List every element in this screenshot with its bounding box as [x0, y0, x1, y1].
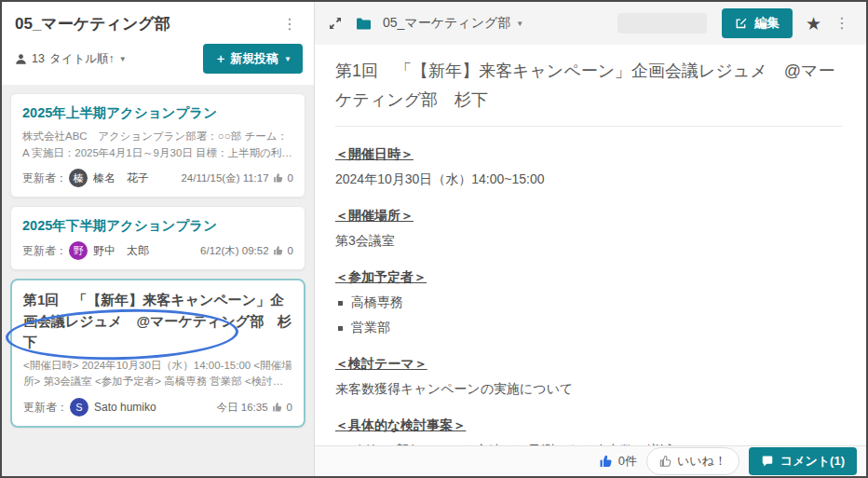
edit-button-label: 編集: [754, 15, 780, 32]
member-count: 13: [32, 52, 45, 65]
folder-icon: [356, 17, 372, 31]
bullet-icon: [338, 301, 343, 306]
like-icon: [272, 402, 283, 413]
edit-button[interactable]: 編集: [722, 8, 793, 38]
attendee-item: 営業部: [338, 320, 842, 336]
section-value-theme: 来客数獲得キャンペーンの実施について: [335, 381, 842, 398]
post-list: 2025年上半期アクションプラン 株式会社ABC アクションプラン部署：○○部 …: [2, 85, 314, 476]
post-card-3-selected[interactable]: 第1回 「【新年】来客キャンペーン」企画会議レジュメ @マーケティング部 杉下 …: [10, 279, 305, 428]
post-card-snippet: 株式会社ABC アクションプラン部署：○○部 チーム：A 実施日：2025年4月…: [22, 129, 293, 162]
section-value-datetime: 2024年10月30日（水）14:00~15:00: [335, 171, 842, 188]
app-window: 05_マーケティング部 ⋮ 13 タイトル順↑ ▼ ＋ 新規投稿 ▼ 20: [0, 0, 868, 478]
post-list-panel: 05_マーケティング部 ⋮ 13 タイトル順↑ ▼ ＋ 新規投稿 ▼ 20: [2, 2, 315, 476]
folder-title: 05_マーケティング部: [15, 13, 170, 34]
post-detail-panel: 05_マーケティング部 ▼ 編集 ★ ⋮ 第1回 「【新年】来客キャンペーン」企…: [315, 2, 866, 476]
post-content: 第1回 「【新年】来客キャンペーン」企画会議レジュメ @マーケティング部 杉下 …: [315, 45, 866, 476]
comment-bubble-icon: [761, 455, 774, 468]
folder-breadcrumb-label: 05_マーケティング部: [383, 15, 510, 32]
post-card-title: 2025年上半期アクションプラン: [22, 103, 293, 124]
section-heading-theme: ＜検討テーマ＞: [335, 356, 842, 373]
like-outline-icon: [659, 455, 672, 468]
post-like-count: 0: [288, 245, 293, 256]
post-like-count: 0: [287, 402, 292, 413]
sort-selector[interactable]: タイトル順↑: [49, 51, 115, 67]
updater-name: 野中 太郎: [93, 243, 149, 259]
post-timestamp: 今日 16:35: [217, 401, 268, 415]
like-icon: [273, 172, 284, 184]
new-post-caret-icon: ▼: [284, 55, 292, 63]
breadcrumb-caret-icon: ▼: [516, 20, 523, 28]
post-card-title: 2025年下半期アクションプラン: [22, 216, 293, 237]
post-card-2[interactable]: 2025年下半期アクションプラン 更新者： 野 野中 太郎 6/12(木) 09…: [10, 206, 305, 270]
post-like-count: 0: [288, 172, 293, 184]
post-title: 第1回 「【新年】来客キャンペーン」企画会議レジュメ @マーケティング部 杉下: [335, 57, 842, 127]
reaction-footer: 0件 いいね！ コメント(1): [315, 445, 866, 476]
avatar: 野: [69, 241, 88, 260]
updater-label: 更新者：: [22, 171, 67, 186]
section-heading-agenda: ＜具体的な検討事案＞: [335, 417, 842, 434]
edit-pencil-icon: [735, 17, 748, 30]
section-value-place: 第3会議室: [335, 233, 842, 250]
section-heading-datetime: ＜開催日時＞: [335, 146, 842, 163]
post-card-snippet: <開催日時> 2024年10月30日（水）14:00-15:00 <開催場所> …: [23, 358, 292, 391]
list-menu-icon[interactable]: ⋮: [277, 15, 303, 34]
section-heading-place: ＜開催場所＞: [335, 208, 842, 225]
comment-button[interactable]: コメント(1): [749, 447, 857, 475]
comment-button-label: コメント(1): [780, 453, 845, 470]
updater-label: 更新者：: [22, 243, 67, 259]
post-timestamp: 24/11/15(金) 11:17: [181, 171, 268, 185]
section-heading-attendees: ＜参加予定者＞: [335, 269, 842, 286]
updater-label: 更新者：: [23, 400, 68, 416]
like-filled-icon: [599, 454, 614, 469]
like-icon: [273, 245, 284, 256]
like-count-summary: 0件: [599, 453, 637, 470]
detail-menu-icon[interactable]: ⋮: [829, 14, 855, 33]
attendee-item: 高橋専務: [338, 294, 842, 311]
redacted-user-chip: [617, 13, 707, 34]
members-icon: [15, 53, 27, 65]
new-post-label: ＋ 新規投稿: [214, 50, 278, 67]
expand-icon[interactable]: [328, 16, 343, 31]
like-button-label: いいね！: [677, 453, 726, 470]
like-button[interactable]: いいね！: [646, 447, 739, 475]
updater-name: Sato humiko: [94, 401, 156, 414]
post-timestamp: 6/12(木) 09:52: [200, 244, 269, 258]
avatar: S: [70, 398, 88, 417]
post-card-title: 第1回 「【新年】来客キャンペーン」企画会議レジュメ @マーケティング部 杉下: [23, 290, 292, 353]
folder-breadcrumb[interactable]: 05_マーケティング部 ▼: [356, 15, 523, 32]
detail-toolbar: 05_マーケティング部 ▼ 編集 ★ ⋮: [315, 2, 866, 45]
sort-caret-icon[interactable]: ▼: [119, 55, 127, 63]
avatar: 榛: [69, 169, 88, 187]
updater-name: 榛名 花子: [93, 171, 149, 186]
bullet-icon: [338, 326, 343, 331]
favorite-star-icon[interactable]: ★: [806, 13, 821, 34]
like-count-text: 0件: [618, 453, 637, 470]
new-post-button[interactable]: ＋ 新規投稿 ▼: [203, 44, 303, 74]
post-card-1[interactable]: 2025年上半期アクションプラン 株式会社ABC アクションプラン部署：○○部 …: [10, 93, 305, 198]
list-header: 05_マーケティング部 ⋮ 13 タイトル順↑ ▼ ＋ 新規投稿 ▼: [2, 2, 314, 85]
